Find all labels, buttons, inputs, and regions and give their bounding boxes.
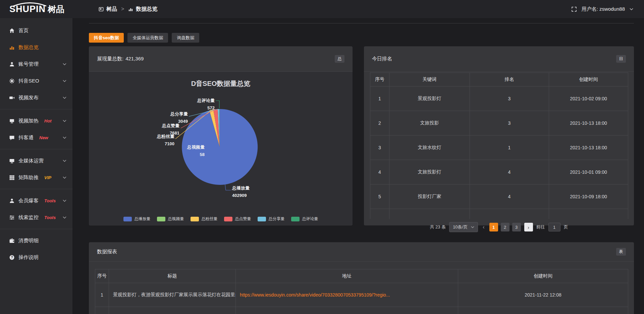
ranking-cell: 2021-10-09 18:00 — [549, 185, 628, 209]
ranking-cell: 2021-10-13 18:00 — [549, 111, 628, 136]
sidebar-item-label: 操作说明 — [18, 254, 39, 261]
legend-item-1[interactable]: 总播放量 — [123, 216, 151, 222]
sidebar-item-monitor[interactable]: 全媒体运营 — [0, 152, 72, 169]
page-size-select[interactable]: 10条/页 — [449, 222, 478, 232]
report-cell: 2021-11-22 12:08 — [458, 283, 628, 307]
sidebar-item-chart[interactable]: 数据总览 — [0, 39, 72, 56]
legend-item-2[interactable]: 总视频量 — [157, 216, 184, 222]
total-badge-button[interactable]: 总 — [335, 55, 344, 63]
svg-text:?: ? — [11, 255, 13, 259]
jump-page-input[interactable]: 1 — [548, 223, 560, 231]
pie-label-leader — [216, 101, 219, 108]
ranking-cell: 5 — [370, 185, 389, 209]
sidebar-item-badge: New — [39, 135, 48, 140]
table-badge-button[interactable]: 表 — [616, 248, 626, 256]
page-button-2[interactable]: 2 — [501, 223, 509, 231]
fullscreen-icon[interactable] — [571, 6, 577, 12]
sidebar-item-label: 首页 — [18, 28, 29, 34]
sidebar-item-gear[interactable]: 抖音SEO — [0, 72, 72, 89]
data-tabs: 抖音seo数据全媒体运营数据询盘数据 — [89, 33, 199, 43]
breadcrumb-root[interactable]: 树品 — [106, 6, 117, 13]
username[interactable]: 用户名: zswodun88 — [582, 6, 625, 12]
pie-label-value: 7681 — [170, 130, 179, 136]
user-icon — [9, 61, 15, 67]
pie-chart-svg: D音SEO数据量总览总播放量402909总视频量58总粉丝量7100总点赞量76… — [89, 72, 353, 225]
pie-label-value: 3049 — [178, 119, 188, 124]
chart-title: D音SEO数据量总览 — [191, 80, 251, 87]
ranking-cell: 1 — [370, 87, 389, 111]
home-icon — [9, 28, 15, 34]
chevron-down-icon[interactable] — [63, 160, 66, 162]
today-ranking-panel: 今日排名 日 序号关键词排名创建时间1景观投影灯32021-10-02 09:0… — [364, 46, 634, 225]
ranking-cell: 2021-10-02 09:00 — [549, 87, 628, 111]
pie-label-value: 402909 — [232, 193, 247, 198]
sidebar-item-badge: Hot — [44, 118, 52, 123]
ranking-table-row[interactable]: 5投影灯厂家42021-10-09 18:00 — [370, 185, 628, 209]
sidebar-item-grid[interactable]: 矩阵助推VIP — [0, 169, 72, 186]
report-column-header: 地址 — [236, 269, 458, 283]
pie-label-leader — [225, 185, 231, 190]
day-badge-button[interactable]: 日 — [616, 55, 626, 63]
ranking-cell: 1 — [470, 136, 549, 160]
legend-item-3[interactable]: 总粉丝量 — [191, 216, 218, 222]
sidebar-item-chat[interactable]: 抖客通New — [0, 129, 72, 146]
legend-label: 总视频量 — [168, 216, 184, 222]
breadcrumb-current: 数据总览 — [136, 6, 157, 13]
chevron-down-icon[interactable] — [63, 176, 66, 179]
sidebar-item-video[interactable]: 视频发布 — [0, 89, 72, 106]
page-button-3[interactable]: 3 — [512, 223, 521, 231]
ranking-cell: 2 — [370, 111, 389, 136]
data-report-panel: 数据报表 表 序号标题地址创建时间1景观投影灯，夜游景观投影灯厂家展示展示落花灯… — [89, 242, 634, 314]
chevron-down-icon[interactable] — [63, 120, 66, 122]
ranking-cell: 4 — [470, 185, 549, 209]
legend-item-5[interactable]: 总分享量 — [258, 216, 285, 222]
chevron-down-icon[interactable] — [63, 97, 66, 99]
legend-swatch — [224, 217, 232, 221]
pie-chart: D音SEO数据量总览总播放量402909总视频量58总粉丝量7100总点赞量76… — [89, 72, 353, 225]
sidebar-item-label: 线索监控 — [18, 214, 39, 221]
ranking-cell: 文旅投影灯 — [389, 160, 470, 185]
sidebar-item-user[interactable]: 账号管理 — [0, 56, 72, 72]
report-title: 数据报表 — [97, 249, 117, 255]
sidebar-item-home[interactable]: 首页 — [0, 22, 72, 39]
chevron-down-icon[interactable] — [63, 200, 66, 202]
sidebar-divider — [0, 189, 72, 189]
legend-item-4[interactable]: 总点赞量 — [224, 216, 251, 222]
chevron-down-icon[interactable] — [63, 80, 66, 82]
breadcrumb-separator: > — [121, 6, 124, 12]
sidebar-item-member[interactable]: 会员爆客Tools — [0, 192, 72, 209]
sidebar-item-label: 会员爆客 — [18, 198, 39, 204]
chevron-down-icon[interactable] — [63, 63, 66, 65]
tab-1[interactable]: 抖音seo数据 — [89, 33, 124, 43]
ranking-table-row[interactable]: 4文旅投影灯42021-10-01 09:00 — [370, 160, 628, 185]
page-button-1[interactable]: 1 — [489, 223, 498, 231]
ranking-table: 序号关键词排名创建时间1景观投影灯32021-10-02 09:002文旅投影3… — [370, 72, 628, 219]
sidebar-item-screen[interactable]: 视频加热Hot — [0, 112, 72, 129]
sidebar-item-help[interactable]: ?操作说明 — [0, 249, 72, 266]
user-chevron-down-icon[interactable] — [630, 8, 633, 10]
tab-2[interactable]: 全媒体运营数据 — [127, 33, 168, 43]
gear-icon — [9, 78, 15, 84]
chevron-down-icon[interactable] — [63, 137, 66, 139]
ranking-title: 今日排名 — [372, 56, 392, 62]
next-page-button[interactable]: › — [524, 223, 533, 231]
ranking-empty-row — [370, 209, 628, 219]
pie-label-name: 总播放量 — [232, 186, 250, 191]
prev-page-button[interactable]: ‹ — [481, 224, 486, 230]
report-link[interactable]: https://www.iesdouyin.com/share/video/70… — [236, 283, 458, 307]
ranking-table-row[interactable]: 3文旅水纹灯12021-10-13 18:00 — [370, 136, 628, 160]
tab-3[interactable]: 询盘数据 — [172, 33, 199, 43]
sidebar-item-label: 视频发布 — [18, 95, 39, 101]
sidebar-item-sliders[interactable]: 线索监控Tools — [0, 209, 72, 226]
chart-panel-header: 展现量总数: 421,369 总 — [89, 46, 353, 72]
app-window-icon — [99, 7, 104, 12]
ranking-table-row[interactable]: 2文旅投影32021-10-13 18:00 — [370, 111, 628, 136]
impressions-total-label: 展现量总数: — [97, 56, 123, 62]
jump-prefix: 前往 — [536, 224, 545, 230]
ranking-table-row[interactable]: 1景观投影灯32021-10-02 09:00 — [370, 87, 628, 111]
sidebar-item-wallet[interactable]: 消费明细 — [0, 232, 72, 249]
chevron-down-icon[interactable] — [63, 216, 66, 219]
pagination-total: 共 23 条 — [430, 224, 446, 230]
legend-item-6[interactable]: 总评论量 — [291, 216, 318, 222]
pie-label-value: 58 — [200, 152, 205, 157]
